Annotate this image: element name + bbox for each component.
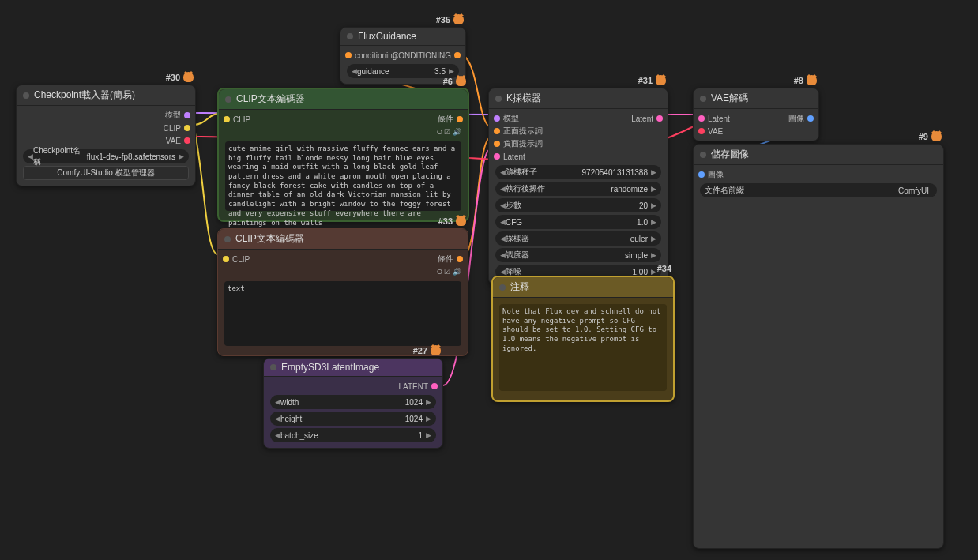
collapse-dot-icon[interactable]	[270, 364, 276, 370]
arrow-left-icon[interactable]: ◀	[275, 431, 280, 439]
sampler-widget[interactable]: ◀採樣器euler▶	[495, 231, 661, 246]
node-title[interactable]: CLIP文本編碼器	[218, 229, 468, 250]
control-after-generate-widget[interactable]: ◀執行後操作randomize▶	[495, 182, 661, 196]
text-toolbox[interactable]: O ☑ 🔊	[437, 268, 461, 276]
arrow-left-icon[interactable]: ◀	[500, 251, 506, 259]
slot-dot-icon[interactable]	[431, 383, 438, 389]
arrow-left-icon[interactable]: ◀	[275, 398, 280, 406]
slot-dot-icon[interactable]	[184, 137, 190, 144]
arrow-right-icon[interactable]: ▶	[651, 201, 656, 209]
model-manager-button[interactable]: ComfyUI-Studio 模型管理器	[23, 166, 189, 180]
output-conditioning: CONDITIONING	[393, 51, 451, 60]
node-clip-encode-positive[interactable]: #6 CLIP文本編碼器 CLIP 條件 O ☑ 🔊 cute anime gi…	[217, 88, 469, 222]
node-checkpoint-loader[interactable]: #30 Checkpoint載入器(簡易) 模型 CLIP VAE ◀Check…	[16, 85, 196, 186]
collapse-dot-icon[interactable]	[499, 284, 506, 291]
slot-dot-icon[interactable]	[457, 116, 463, 122]
slot-dot-icon[interactable]	[184, 125, 190, 131]
collapse-dot-icon[interactable]	[23, 92, 29, 99]
text-toolbox[interactable]: O ☑ 🔊	[437, 128, 461, 136]
slot-dot-icon[interactable]	[698, 115, 705, 122]
slot-dot-icon[interactable]	[698, 171, 705, 178]
slot-dot-icon[interactable]	[457, 256, 463, 262]
node-save-image[interactable]: #9 儲存圖像 圖像 文件名前綴ComfyUI	[693, 144, 944, 549]
steps-widget[interactable]: ◀步數20▶	[495, 198, 661, 212]
arrow-right-icon[interactable]: ▶	[651, 268, 656, 276]
scheduler-widget[interactable]: ◀調度器simple▶	[495, 248, 661, 262]
node-vae-decode[interactable]: #8 VAE解碼 Latent 圖像 VAE	[693, 88, 819, 141]
slot-dot-icon[interactable]	[494, 128, 500, 134]
cfg-widget[interactable]: ◀CFG1.0▶	[495, 215, 661, 229]
output-conditioning: 條件	[438, 114, 453, 125]
batch-size-widget[interactable]: ◀batch_size1▶	[270, 428, 436, 442]
node-title[interactable]: K採樣器	[489, 88, 668, 109]
slot-dot-icon[interactable]	[223, 256, 229, 262]
node-title[interactable]: 儲存圖像	[694, 145, 943, 165]
arrow-left-icon[interactable]: ◀	[352, 67, 357, 75]
slot-dot-icon[interactable]	[454, 52, 461, 58]
arrow-right-icon[interactable]: ▶	[651, 235, 656, 242]
checkpoint-name-widget[interactable]: ◀Checkpoint名稱flux1-dev-fp8.safetensors▶	[23, 149, 189, 163]
fox-icon	[183, 72, 194, 82]
arrow-left-icon[interactable]: ◀	[500, 168, 506, 176]
output-clip: CLIP	[164, 124, 181, 133]
prompt-textarea[interactable]: cute anime girl with massive fluffy fenn…	[225, 141, 461, 211]
arrow-left-icon[interactable]: ◀	[275, 415, 280, 423]
node-note[interactable]: #34 注釋 Note that Flux dev and schnell do…	[491, 276, 675, 402]
prompt-textarea[interactable]: text	[224, 281, 461, 346]
height-widget[interactable]: ◀height1024▶	[270, 412, 436, 426]
slot-dot-icon[interactable]	[224, 116, 230, 122]
collapse-dot-icon[interactable]	[700, 152, 706, 158]
node-clip-encode-negative[interactable]: #33 CLIP文本編碼器 CLIP 條件 O ☑ 🔊 text	[217, 228, 468, 356]
node-id-badge: #6	[443, 76, 466, 86]
collapse-dot-icon[interactable]	[225, 96, 231, 103]
width-widget[interactable]: ◀width1024▶	[270, 395, 436, 409]
arrow-right-icon[interactable]: ▶	[651, 185, 656, 193]
collapse-dot-icon[interactable]	[700, 96, 706, 102]
arrow-left-icon[interactable]: ◀	[500, 185, 506, 193]
node-ksampler[interactable]: #31 K採樣器 模型 Latent 正面提示詞 負面提示詞 Latent ◀隨…	[488, 88, 668, 285]
node-title[interactable]: Checkpoint載入器(簡易)	[17, 85, 195, 106]
slot-dot-icon[interactable]	[656, 115, 663, 122]
arrow-left-icon[interactable]: ◀	[500, 235, 506, 242]
node-empty-latent[interactable]: #27 EmptySD3LatentImage LATENT ◀width102…	[263, 358, 443, 449]
slot-dot-icon[interactable]	[494, 153, 500, 160]
note-text[interactable]: Note that Flux dev and schnell do not ha…	[499, 304, 667, 391]
arrow-right-icon[interactable]: ▶	[426, 415, 431, 423]
collapse-dot-icon[interactable]	[224, 236, 231, 242]
collapse-dot-icon[interactable]	[495, 96, 502, 102]
arrow-left-icon[interactable]: ◀	[500, 268, 506, 276]
slot-dot-icon[interactable]	[494, 115, 500, 122]
node-title[interactable]: VAE解碼	[694, 88, 818, 109]
node-id-badge: #35	[436, 14, 464, 24]
arrow-right-icon[interactable]: ▶	[449, 67, 454, 75]
arrow-left-icon[interactable]: ◀	[500, 201, 506, 209]
node-title[interactable]: 注釋	[493, 277, 673, 298]
slot-dot-icon[interactable]	[184, 112, 190, 118]
input-clip: CLIP	[232, 255, 250, 264]
arrow-right-icon[interactable]: ▶	[651, 218, 656, 226]
slot-dot-icon[interactable]	[345, 52, 352, 58]
filename-prefix-widget[interactable]: 文件名前綴ComfyUI	[700, 183, 937, 197]
node-id-badge: #9	[919, 131, 942, 141]
slot-dot-icon[interactable]	[494, 141, 500, 147]
output-latent: Latent	[631, 115, 653, 123]
node-title[interactable]: FluxGuidance	[340, 28, 465, 46]
guidance-widget[interactable]: ◀guidance3.5▶	[347, 64, 459, 78]
output-vae: VAE	[166, 137, 181, 145]
arrow-right-icon[interactable]: ▶	[426, 398, 431, 406]
seed-widget[interactable]: ◀隨機種子972054013131388▶	[495, 165, 661, 179]
slot-dot-icon[interactable]	[698, 128, 705, 134]
collapse-dot-icon[interactable]	[347, 33, 353, 39]
node-title[interactable]: EmptySD3LatentImage	[264, 359, 442, 377]
slot-dot-icon[interactable]	[807, 115, 814, 122]
arrow-right-icon[interactable]: ▶	[651, 168, 656, 176]
arrow-left-icon[interactable]: ◀	[500, 218, 506, 226]
input-latent: Latent	[708, 115, 730, 123]
arrow-right-icon[interactable]: ▶	[426, 431, 431, 439]
node-title[interactable]: CLIP文本編碼器	[219, 89, 468, 110]
arrow-right-icon[interactable]: ▶	[651, 251, 656, 259]
node-id-badge: #27	[413, 345, 441, 355]
arrow-left-icon[interactable]: ◀	[28, 152, 33, 160]
arrow-right-icon[interactable]: ▶	[179, 152, 184, 160]
input-negative: 負面提示詞	[503, 138, 543, 149]
